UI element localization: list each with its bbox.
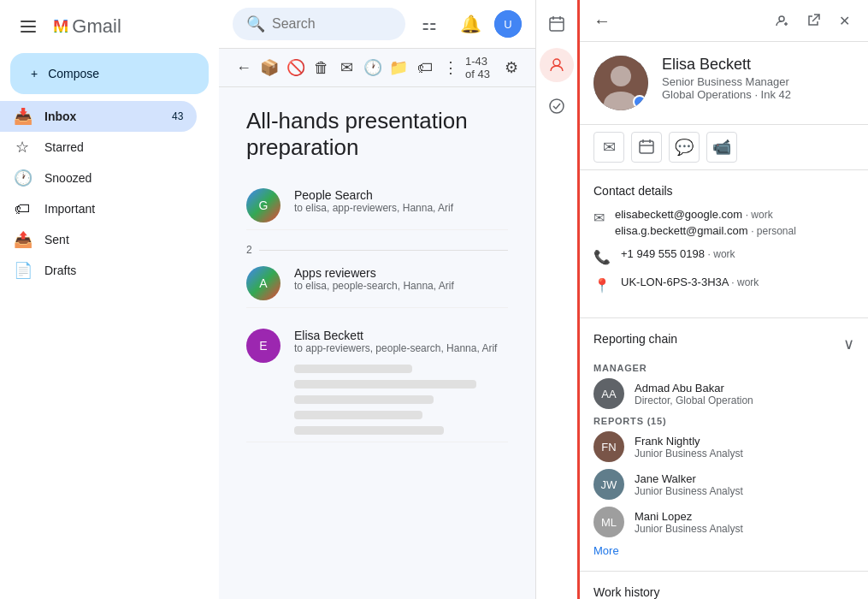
search-icon: 🔍 bbox=[246, 15, 265, 33]
check-side-icon[interactable] bbox=[540, 89, 574, 123]
starred-icon: ☆ bbox=[14, 138, 31, 157]
profile-info: Elisa Beckett Senior Business Manager Gl… bbox=[662, 56, 854, 101]
email-divider: 2 bbox=[246, 244, 508, 256]
report-person-row: JW Jane Walker Junior Business Analyst bbox=[593, 469, 854, 500]
topbar-actions: ⚏ 🔔 U bbox=[412, 7, 522, 41]
report-avatar-frank: FN bbox=[593, 431, 624, 462]
snooze-button[interactable]: 🕐 bbox=[362, 52, 384, 83]
pagination: 1-43 of 43 ⚙ bbox=[465, 55, 522, 80]
archive-button[interactable]: 📦 bbox=[258, 52, 280, 83]
chat-action-button[interactable]: 💬 bbox=[669, 132, 700, 163]
sidebar-header: M Gmail bbox=[0, 7, 219, 46]
email-action-button[interactable]: ✉ bbox=[593, 132, 624, 163]
profile-actions: ✉ 💬 📹 bbox=[580, 125, 868, 170]
sidebar-item-drafts[interactable]: 📄 Drafts bbox=[0, 255, 197, 286]
delete-button[interactable]: 🗑 bbox=[310, 52, 333, 83]
contact-location: 📍 UK-LON-6PS-3-3H3A · work bbox=[593, 276, 854, 294]
reporting-chain-section: Reporting chain ∨ MANAGER AA Admad Abu B… bbox=[580, 318, 868, 572]
sidebar-item-label: Important bbox=[44, 202, 95, 216]
panel-header-actions: ✕ bbox=[769, 7, 858, 34]
email-to: to elisa, people-search, Hanna, Arif bbox=[294, 280, 508, 292]
sidebar-item-label: Sent bbox=[44, 233, 69, 246]
report-button[interactable]: 🚫 bbox=[284, 52, 306, 83]
profile-name: Elisa Beckett bbox=[662, 56, 854, 74]
email-content: Apps reviewers to elisa, people-search, … bbox=[294, 266, 508, 292]
email-toolbar: ← 📦 🚫 🗑 ✉ 🕐 📁 🏷 ⋮ 1-43 of 43 ⚙ bbox=[219, 49, 535, 87]
sidebar-item-sent[interactable]: 📤 Sent bbox=[0, 224, 197, 255]
open-external-icon[interactable] bbox=[800, 7, 827, 34]
inbox-badge: 43 bbox=[172, 110, 183, 122]
email-item: A Apps reviewers to elisa, people-search… bbox=[246, 259, 508, 308]
svg-rect-15 bbox=[640, 141, 653, 153]
email-body-skeleton bbox=[294, 365, 508, 435]
calendar-action-button[interactable] bbox=[631, 132, 662, 163]
avatar: A bbox=[246, 266, 280, 300]
contact-email-work: ✉ elisabeckett@google.com · work elisa.g… bbox=[593, 208, 854, 237]
email-to: to elisa, app-reviewers, Hanna, Arif bbox=[294, 202, 508, 214]
email-item: E Elisa Beckett to app-reviewers, people… bbox=[246, 322, 508, 442]
chevron-down-icon[interactable]: ∨ bbox=[843, 335, 854, 353]
person-side-icon[interactable] bbox=[540, 48, 574, 82]
work-email-address: elisabeckett@google.com · work bbox=[615, 208, 796, 221]
more-link[interactable]: More bbox=[593, 544, 854, 557]
manager-info: Admad Abu Bakar Director, Global Operati… bbox=[635, 382, 854, 406]
work-history-title: Work history bbox=[593, 585, 854, 599]
inbox-icon: 📥 bbox=[14, 107, 31, 126]
video-action-button[interactable]: 📹 bbox=[706, 132, 737, 163]
sidebar-item-snoozed[interactable]: 🕐 Snoozed bbox=[0, 163, 197, 193]
email-thread: All-hands presentation preparation G Peo… bbox=[219, 87, 535, 599]
hamburger-menu[interactable] bbox=[14, 14, 43, 39]
close-panel-button[interactable]: ✕ bbox=[830, 7, 858, 34]
apps-icon[interactable]: ⚏ bbox=[412, 7, 446, 41]
main-layout: 🔍 ⚏ 🔔 U ← 📦 🚫 🗑 ✉ 🕐 📁 🏷 ⋮ 1-43 of bbox=[219, 0, 868, 599]
svg-rect-2 bbox=[550, 18, 564, 31]
location-icon: 📍 bbox=[593, 277, 611, 294]
sidebar-item-important[interactable]: 🏷 Important bbox=[0, 193, 197, 224]
email-to: to app-reviewers, people-search, Hanna, … bbox=[294, 342, 508, 354]
email-sender: Apps reviewers bbox=[294, 266, 508, 280]
settings-icon[interactable]: ⚙ bbox=[501, 55, 522, 80]
folder-button[interactable]: 📁 bbox=[387, 52, 410, 83]
email-item: G People Search to elisa, app-reviewers,… bbox=[246, 181, 508, 230]
thread-title: All-hands presentation preparation bbox=[246, 108, 508, 161]
sidebar-item-inbox[interactable]: 📥 Inbox 43 bbox=[0, 101, 197, 132]
profile-org: Global Operations · Ink 42 bbox=[662, 88, 854, 101]
report-info-frank: Frank Nightly Junior Business Analyst bbox=[635, 435, 854, 460]
compose-button[interactable]: + Compose bbox=[10, 53, 209, 94]
report-person-row: ML Mani Lopez Junior Business Analyst bbox=[593, 507, 854, 537]
profile-status-indicator bbox=[633, 95, 647, 109]
svg-text:U: U bbox=[504, 18, 511, 31]
search-input[interactable] bbox=[272, 16, 392, 32]
search-box[interactable]: 🔍 bbox=[233, 8, 405, 40]
calendar-side-icon[interactable] bbox=[540, 7, 574, 41]
user-avatar[interactable]: U bbox=[494, 10, 522, 38]
notifications-icon[interactable]: 🔔 bbox=[453, 7, 487, 41]
report-title: Junior Business Analyst bbox=[635, 523, 854, 535]
report-info-jane: Jane Walker Junior Business Analyst bbox=[635, 472, 854, 497]
mail-button[interactable]: ✉ bbox=[336, 52, 358, 83]
location-value: UK-LON-6PS-3-3H3A · work bbox=[621, 276, 759, 288]
logo-m-icon: M bbox=[53, 15, 68, 38]
contact-details-section: Contact details ✉ elisabeckett@google.co… bbox=[580, 170, 868, 318]
panel-back-button[interactable]: ← bbox=[590, 8, 614, 34]
logo-text: Gmail bbox=[72, 15, 121, 38]
back-button[interactable]: ← bbox=[233, 52, 255, 83]
add-contact-icon[interactable] bbox=[769, 7, 796, 34]
email-content: People Search to elisa, app-reviewers, H… bbox=[294, 188, 508, 214]
important-icon: 🏷 bbox=[14, 200, 31, 218]
profile-section: Elisa Beckett Senior Business Manager Gl… bbox=[580, 42, 868, 125]
report-avatar-mani: ML bbox=[593, 507, 624, 537]
sidebar-item-label: Drafts bbox=[44, 264, 76, 277]
email-sender: People Search bbox=[294, 188, 508, 202]
manager-avatar: AA bbox=[593, 378, 624, 409]
more-button[interactable]: ⋮ bbox=[440, 52, 462, 83]
compose-label: Compose bbox=[48, 67, 99, 80]
phone-icon: 📞 bbox=[593, 249, 611, 265]
label-button[interactable]: 🏷 bbox=[414, 52, 436, 83]
sidebar: M Gmail + Compose 📥 Inbox 43 ☆ Starred 🕐… bbox=[0, 0, 219, 599]
personal-email-address: elisa.g.beckett@gmail.com · personal bbox=[615, 224, 796, 237]
sidebar-item-starred[interactable]: ☆ Starred bbox=[0, 132, 197, 163]
email-main: 🔍 ⚏ 🔔 U ← 📦 🚫 🗑 ✉ 🕐 📁 🏷 ⋮ 1-43 of bbox=[219, 0, 535, 599]
svg-point-7 bbox=[550, 99, 564, 113]
manager-name: Admad Abu Bakar bbox=[635, 382, 854, 394]
